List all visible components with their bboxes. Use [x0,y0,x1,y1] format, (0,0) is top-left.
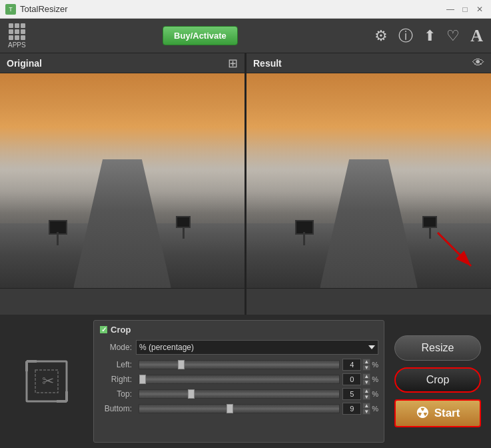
app-title: TotalResizer [20,4,68,14]
top-percent: % [372,390,378,398]
toolbar: APPS Buy/Activate ⚙ ⓘ ⬆ ♡ A [0,19,491,53]
result-bottom-strip [246,288,491,315]
right-control-row: Right: 0 ▲ ▼ % [99,373,378,385]
settings-icon[interactable]: ⚙ [374,27,388,45]
top-spinner-arrows: ▲ ▼ [362,388,370,400]
top-label: Top: [99,389,136,399]
font-icon[interactable]: A [470,26,483,46]
road-sign-right [176,216,191,228]
controls-header: ✓ Crop [99,325,378,335]
svg-text:✂: ✂ [42,373,54,389]
bottom-label: Buttom: [99,404,136,413]
result-header: Result 👁 [246,53,491,73]
titlebar: T TotalResizer — □ ✕ [0,0,491,19]
top-input[interactable]: 5 [342,388,361,400]
right-label: Right: [99,375,136,384]
result-image [246,73,491,288]
mode-row: Mode: % (percentage) [99,340,378,355]
mode-value: % (percentage) [139,343,194,352]
left-spinner: 4 ▲ ▼ [342,359,370,371]
share-icon[interactable]: ⬆ [424,27,436,45]
original-bottom-strip [0,288,245,315]
left-control-row: Left: 4 ▲ ▼ % [99,359,378,371]
crop-button[interactable]: Crop [394,367,481,393]
left-up-arrow[interactable]: ▲ [362,359,370,365]
left-slider[interactable] [139,360,340,369]
mode-label: Mode: [99,343,136,352]
titlebar-controls: — □ ✕ [444,3,486,15]
road-sign-right-post [183,228,185,239]
lower-area: ✂ ✓ Crop Mode: % (percentage) [0,315,491,448]
info-icon[interactable]: ⓘ [398,26,413,46]
close-button[interactable]: ✕ [474,3,486,15]
bottom-up-arrow[interactable]: ▲ [362,403,370,409]
heart-icon[interactable]: ♡ [446,27,460,45]
top-up-arrow[interactable]: ▲ [362,388,370,394]
start-button[interactable]: ☢ Start [394,399,481,427]
top-control-row: Top: 5 ▲ ▼ % [99,388,378,400]
right-spinner: 0 ▲ ▼ [342,373,370,385]
bottom-input[interactable]: 9 [342,403,361,415]
result-road-sign-right [422,216,437,228]
result-panel: Result 👁 [246,53,491,315]
crop-checkbox-label[interactable]: ✓ Crop [99,325,131,335]
right-spinner-arrows: ▲ ▼ [362,373,370,385]
titlebar-left: T TotalResizer [5,4,68,15]
bottom-down-arrow[interactable]: ▼ [362,409,370,415]
bottom-control-row: Buttom: 9 ▲ ▼ % [99,403,378,415]
left-spinner-arrows: ▲ ▼ [362,359,370,371]
dropdown-arrow-icon [368,345,375,349]
original-image [0,73,245,288]
result-image-area [246,73,491,288]
eye-icon[interactable]: 👁 [472,56,484,70]
original-header: Original ⊞ [0,53,245,73]
toolbar-right-icons: ⚙ ⓘ ⬆ ♡ A [374,26,483,46]
main-area: Original ⊞ Result 👁 [0,53,491,448]
compare-icon[interactable]: ⊞ [228,56,238,71]
original-image-area [0,73,245,288]
result-title: Result [253,58,282,69]
crop-checkbox[interactable]: ✓ [99,325,108,334]
maximize-button[interactable]: □ [459,3,471,15]
apps-button[interactable]: APPS [8,23,26,49]
right-percent: % [372,375,378,383]
controls-panel: ✓ Crop Mode: % (percentage) Left: 4 [93,320,384,443]
road-sign-post [57,232,59,245]
right-slider[interactable] [139,375,340,384]
buy-activate-button[interactable]: Buy/Activate [163,26,238,45]
mode-dropdown[interactable]: % (percentage) [136,340,378,355]
result-fog-overlay [246,138,491,224]
right-buttons-panel: Resize Crop ☢ Start [384,315,491,448]
crop-label: Crop [111,325,131,335]
original-panel: Original ⊞ [0,53,245,315]
top-slider[interactable] [139,389,340,399]
minimize-button[interactable]: — [444,3,456,15]
right-input[interactable]: 0 [342,373,361,385]
bottom-slider[interactable] [139,404,340,413]
result-road-sign-post [303,232,305,245]
original-title: Original [7,58,42,69]
crop-tool-icon: ✂ [23,358,70,405]
result-road-sign-right-post [429,228,431,239]
top-down-arrow[interactable]: ▼ [362,394,370,400]
bottom-spinner: 9 ▲ ▼ [342,403,370,415]
right-up-arrow[interactable]: ▲ [362,373,370,379]
nuclear-icon: ☢ [416,405,429,422]
apps-label: APPS [8,41,26,49]
app-icon: T [5,4,16,15]
left-down-arrow[interactable]: ▼ [362,365,370,371]
left-label: Left: [99,360,136,369]
fog-overlay [0,138,245,224]
crop-icon-area: ✂ [0,315,93,448]
resize-button[interactable]: Resize [394,335,481,361]
top-spinner: 5 ▲ ▼ [342,388,370,400]
bottom-spinner-arrows: ▲ ▼ [362,403,370,415]
apps-grid-icon [9,23,25,40]
start-label: Start [434,407,460,420]
bottom-percent: % [372,405,378,413]
left-percent: % [372,361,378,369]
left-input[interactable]: 4 [342,359,361,371]
right-down-arrow[interactable]: ▼ [362,379,370,385]
images-row: Original ⊞ Result 👁 [0,53,491,315]
